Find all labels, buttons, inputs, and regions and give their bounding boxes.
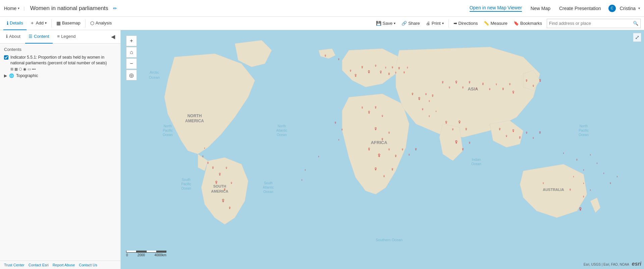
layer-popup-icon[interactable]: ▭ <box>28 67 31 71</box>
basemap-expand-icon[interactable]: ▶ <box>4 73 7 78</box>
contact-esri-link[interactable]: Contact Esri <box>29 263 49 267</box>
collapse-sidebar-button[interactable]: ◀ <box>108 32 118 41</box>
toolbar-separator-1 <box>51 19 52 27</box>
svg-text:AUSTRALIA: AUSTRALIA <box>543 188 564 192</box>
scale-bar: 0 2000 4000km <box>126 251 166 257</box>
print-button[interactable]: 🖨 Print ▾ <box>423 17 446 30</box>
layer-table-icon[interactable]: ⊞ <box>10 67 13 71</box>
search-input[interactable] <box>549 21 633 26</box>
svg-text:North: North <box>164 124 172 128</box>
edit-icon[interactable]: ✏ <box>113 6 117 11</box>
measure-button[interactable]: 📏 Measure <box>481 17 510 30</box>
svg-text:♀: ♀ <box>475 87 478 90</box>
svg-text:♀: ♀ <box>511 89 515 95</box>
contact-us-link[interactable]: Contact Us <box>79 263 97 267</box>
svg-text:♀: ♀ <box>481 81 485 86</box>
map-title: Women in national parliaments <box>30 5 108 12</box>
svg-text:♀: ♀ <box>501 86 505 91</box>
about-tab[interactable]: ℹ About <box>3 30 24 44</box>
zoom-home-button[interactable]: ⌂ <box>126 47 137 58</box>
map-container[interactable]: Arctic Ocean North Pacific Ocean North A… <box>121 30 644 269</box>
legend-tab[interactable]: ≡ Legend <box>54 30 79 44</box>
svg-text:♀: ♀ <box>583 182 585 185</box>
home-button[interactable]: Home ▾ <box>4 6 19 11</box>
save-button[interactable]: 💾 Save ▾ <box>373 17 398 30</box>
add-icon: ＋ <box>30 20 35 26</box>
user-chevron-icon: ▾ <box>638 6 640 10</box>
analysis-tab[interactable]: ⬡ Analysis <box>87 17 115 30</box>
svg-text:♀: ♀ <box>341 128 343 131</box>
svg-text:♀: ♀ <box>589 189 591 192</box>
svg-text:NORTH: NORTH <box>187 114 202 118</box>
svg-text:♀: ♀ <box>367 146 371 152</box>
user-avatar: C <box>608 5 616 12</box>
new-map-button[interactable]: New Map <box>531 6 550 11</box>
svg-text:♀: ♀ <box>542 181 545 185</box>
layer-more-icon[interactable]: ••• <box>32 67 36 71</box>
trust-center-link[interactable]: Trust Center <box>4 263 24 267</box>
svg-text:♀: ♀ <box>214 179 219 186</box>
svg-text:♀: ♀ <box>505 134 508 138</box>
svg-text:♀: ♀ <box>609 181 612 185</box>
svg-text:♀: ♀ <box>525 130 528 135</box>
svg-text:Pacific: Pacific <box>163 129 172 132</box>
open-new-viewer-link[interactable]: Open in new Map Viewer <box>470 5 522 12</box>
basemap-tab[interactable]: ▦ Basemap <box>53 17 84 30</box>
svg-text:Arctic: Arctic <box>150 70 159 74</box>
svg-text:♀: ♀ <box>337 57 340 61</box>
svg-text:♀: ♀ <box>374 63 377 68</box>
toolbar-separator-3 <box>448 19 449 27</box>
svg-text:♀: ♀ <box>428 114 431 118</box>
search-icon[interactable]: 🔍 <box>633 21 638 26</box>
layer-style-icon[interactable]: ◉ <box>23 67 26 71</box>
layer-filter-icon[interactable]: ⬡ <box>19 67 22 71</box>
expand-map-button[interactable]: ⤢ <box>633 33 641 42</box>
svg-text:♀: ♀ <box>387 71 391 76</box>
svg-text:♀: ♀ <box>403 70 406 75</box>
svg-text:♀: ♀ <box>411 91 415 96</box>
svg-text:♀: ♀ <box>230 181 233 185</box>
layer-checkbox[interactable] <box>4 55 8 60</box>
svg-text:♀: ♀ <box>582 195 585 198</box>
bookmarks-button[interactable]: 🔖 Bookmarks <box>511 17 545 30</box>
svg-text:North: North <box>580 124 588 128</box>
svg-text:Southern Ocean: Southern Ocean <box>376 238 402 242</box>
scale-segment-dark2 <box>156 251 166 253</box>
add-tab[interactable]: ＋ Add ▾ <box>26 17 50 30</box>
zoom-out-button[interactable]: − <box>126 58 137 69</box>
svg-text:♀: ♀ <box>525 78 529 83</box>
print-icon: 🖨 <box>426 21 430 26</box>
svg-text:♀: ♀ <box>384 66 387 69</box>
svg-text:Ocean: Ocean <box>163 133 172 137</box>
svg-text:♀: ♀ <box>508 82 512 86</box>
details-tab[interactable]: ℹ Details <box>3 17 26 30</box>
layer-label: Indicator 5.5.1: Proportion of seats hel… <box>10 55 116 66</box>
svg-text:♀: ♀ <box>518 135 522 140</box>
svg-text:♀: ♀ <box>569 187 572 192</box>
svg-text:♀: ♀ <box>462 85 465 90</box>
svg-text:♀: ♀ <box>334 120 337 125</box>
report-abuse-link[interactable]: Report Abuse <box>53 263 75 267</box>
svg-text:♀: ♀ <box>417 95 422 102</box>
esri-logo: esri <box>632 261 641 267</box>
locate-button[interactable]: ◎ <box>126 70 137 80</box>
svg-text:AMERICA: AMERICA <box>185 119 204 123</box>
home-label: Home <box>4 6 16 11</box>
layer-item: Indicator 5.5.1: Proportion of seats hel… <box>4 55 116 71</box>
content-icon: ☰ <box>29 34 33 39</box>
content-tab[interactable]: ☰ Content <box>25 30 53 44</box>
directions-icon: ➡ <box>453 21 457 26</box>
svg-text:Indian: Indian <box>472 158 481 161</box>
svg-text:♀: ♀ <box>538 77 542 83</box>
share-button[interactable]: 🔗 Share <box>399 17 423 30</box>
directions-button[interactable]: ➡ Directions <box>451 17 481 30</box>
layer-chart-icon[interactable]: ▦ <box>14 67 18 71</box>
user-name[interactable]: Cristina <box>620 6 636 11</box>
svg-text:♀: ♀ <box>457 119 462 125</box>
create-presentation-button[interactable]: Create Presentation <box>559 6 601 11</box>
zoom-in-button[interactable]: + <box>126 36 137 46</box>
svg-text:Atlantic: Atlantic <box>276 129 287 132</box>
svg-text:Ocean: Ocean <box>149 75 160 79</box>
svg-text:♀: ♀ <box>448 85 451 90</box>
svg-text:♀: ♀ <box>383 174 386 179</box>
